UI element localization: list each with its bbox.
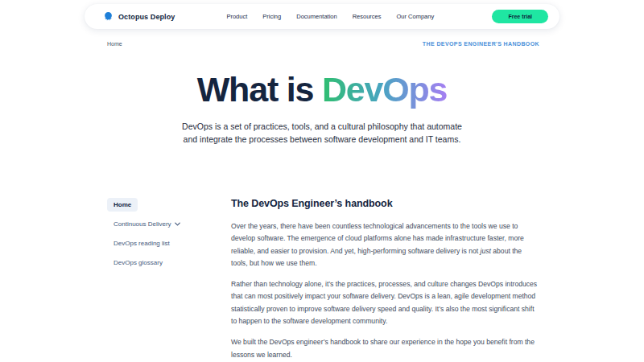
article-paragraph-3: We built the DevOps engineer’s handbook … — [231, 336, 539, 361]
page-title: What is DevOps — [0, 71, 644, 109]
top-navbar: Octopus Deploy Product Pricing Documenta… — [85, 4, 559, 29]
sidebar-item-devops-glossary[interactable]: DevOps glossary — [107, 256, 169, 269]
chevron-down-icon — [175, 222, 180, 226]
brand-logo[interactable]: Octopus Deploy — [102, 10, 175, 23]
sidebar-item-label: DevOps reading list — [114, 240, 170, 247]
content-area: Home Continuous Delivery DevOps reading … — [107, 198, 539, 362]
article-paragraph-1: Over the years, there have been countles… — [231, 220, 539, 269]
sidebar: Home Continuous Delivery DevOps reading … — [107, 198, 231, 362]
free-trial-button[interactable]: Free trial — [492, 10, 548, 23]
nav-links: Product Pricing Documentation Resources … — [226, 13, 434, 20]
brand-name: Octopus Deploy — [118, 13, 175, 21]
sidebar-item-continuous-delivery[interactable]: Continuous Delivery — [107, 217, 187, 231]
nav-item-documentation[interactable]: Documentation — [296, 13, 336, 20]
page-title-prefix: What is — [197, 70, 322, 109]
breadcrumb-home-link[interactable]: Home — [107, 41, 122, 47]
sidebar-item-label: Continuous Delivery — [114, 220, 171, 228]
article-heading-handbook: The DevOps Engineer’s handbook — [231, 198, 539, 209]
sidebar-item-label: DevOps glossary — [114, 259, 163, 266]
octopus-icon — [102, 10, 114, 23]
hero-section: What is DevOps DevOps is a set of practi… — [0, 71, 644, 146]
nav-item-resources[interactable]: Resources — [353, 13, 382, 20]
breadcrumb: Home THE DEVOPS ENGINEER'S HANDBOOK — [107, 41, 539, 47]
nav-item-our-company[interactable]: Our Company — [397, 13, 435, 20]
article-paragraph-2: Rather than technology alone, it’s the p… — [231, 278, 539, 327]
sidebar-item-home[interactable]: Home — [107, 198, 138, 212]
nav-item-product[interactable]: Product — [226, 13, 247, 20]
paragraph-italic: just — [481, 247, 491, 255]
hero-subtitle: DevOps is a set of practices, tools, and… — [174, 121, 470, 145]
handbook-link[interactable]: THE DEVOPS ENGINEER'S HANDBOOK — [423, 41, 539, 47]
nav-item-pricing[interactable]: Pricing — [262, 13, 281, 20]
page-title-highlight: DevOps — [322, 70, 447, 109]
sidebar-item-devops-reading-list[interactable]: DevOps reading list — [107, 237, 176, 250]
page: Octopus Deploy Product Pricing Documenta… — [0, 0, 644, 362]
sidebar-item-label: Home — [114, 201, 131, 208]
article: The DevOps Engineer’s handbook Over the … — [231, 198, 539, 362]
